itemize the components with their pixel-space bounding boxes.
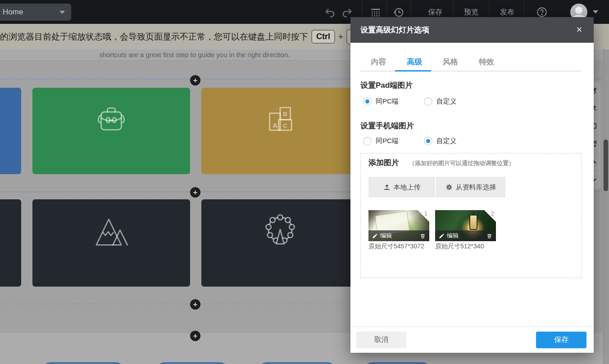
scrollbar-thumb[interactable] <box>604 139 608 191</box>
dialog-footer: 取消 保存 <box>350 326 594 353</box>
tab-underline <box>360 71 581 72</box>
choose-from-library-label: 从资料库选择 <box>456 183 496 192</box>
trash-icon[interactable] <box>486 233 492 239</box>
add-block-button[interactable]: + <box>190 299 200 310</box>
mobile-images-options: 同PC端 自定义 <box>363 137 457 145</box>
radio-label: 同PC端 <box>376 137 399 145</box>
history-icon[interactable] <box>393 6 404 18</box>
radio-pad-custom[interactable] <box>424 97 432 106</box>
tab-style[interactable]: 风格 <box>435 57 466 67</box>
svg-text:C: C <box>283 122 287 129</box>
radio-mobile-custom[interactable] <box>424 137 432 145</box>
edit-label: 编辑 <box>447 232 459 240</box>
add-images-hint: （添加好的图片可以通过拖动调整位置） <box>409 159 514 167</box>
publish-button[interactable]: 发布 <box>500 8 514 17</box>
bottom-pill-button[interactable] <box>41 362 125 364</box>
pad-images-heading: 设置Pad端图片 <box>360 80 413 90</box>
components-grid-icon[interactable] <box>370 6 382 18</box>
upload-local-button[interactable]: 本地上传 <box>368 177 435 198</box>
radio-label: 自定义 <box>436 97 457 106</box>
add-images-title: 添加图片 <box>368 157 399 168</box>
add-block-button[interactable]: + <box>190 75 200 85</box>
slideshow-options-dialog: 设置高级幻灯片选项 × 内容 高级 风格 特效 设置Pad端图片 同PC端 自定… <box>350 17 594 353</box>
thumbnail-action-bar: 编辑 <box>368 230 429 241</box>
tile-school-playgrounds[interactable]: School Playgrounds <box>32 88 190 174</box>
tile-outdoor-fitness[interactable]: Outdoor Fitness <box>32 199 190 287</box>
corner-fold <box>418 210 429 222</box>
scrollbar-track[interactable] <box>603 49 609 364</box>
slide-image-thumbnail-2[interactable]: 2 编辑 <box>435 210 496 241</box>
pencil-icon <box>372 233 378 239</box>
upload-local-label: 本地上传 <box>394 183 421 192</box>
abc-blocks-icon: A B C <box>260 99 300 140</box>
pad-images-options: 同PC端 自定义 <box>363 97 457 106</box>
plus-sign: + <box>338 32 343 42</box>
pencil-icon <box>439 233 445 239</box>
dialog-tabs: 内容 高级 风格 特效 <box>360 57 581 72</box>
bottom-pill-button[interactable] <box>363 362 432 364</box>
image-original-size: 原始尺寸5457*3072 <box>368 243 424 251</box>
save-button[interactable]: 保存 <box>428 8 442 17</box>
chevron-down-icon <box>59 11 65 14</box>
tab-effects[interactable]: 特效 <box>471 57 502 67</box>
add-block-button[interactable]: + <box>190 331 200 341</box>
help-icon[interactable] <box>536 6 548 18</box>
radio-label: 同PC端 <box>376 97 399 106</box>
svg-text:A: A <box>273 121 277 129</box>
page-selector-dropdown[interactable]: Home <box>0 4 71 21</box>
edit-label: 编辑 <box>380 232 392 240</box>
image-order-number: 2 <box>491 210 494 217</box>
close-icon[interactable]: × <box>573 23 586 36</box>
page-selector-label: Home <box>3 8 23 17</box>
dialog-title: 设置高级幻灯片选项 <box>360 25 429 35</box>
add-block-button[interactable]: + <box>190 187 200 198</box>
corner-fold <box>484 210 496 222</box>
add-images-panel: 添加图片 （添加好的图片可以通过拖动调整位置） 本地上传 从资料库选择 1 编辑 <box>360 153 582 278</box>
tab-content[interactable]: 内容 <box>363 57 394 67</box>
gear-icon <box>445 184 453 191</box>
bottom-pill-button[interactable] <box>155 362 229 364</box>
avatar-person-icon <box>575 7 582 14</box>
svg-text:B: B <box>283 111 287 117</box>
tile-partial-left-row1[interactable] <box>0 88 21 174</box>
undo-icon[interactable] <box>324 6 336 18</box>
thumbnail-action-bar: 编辑 <box>435 230 496 241</box>
tab-advanced[interactable]: 高级 <box>399 57 430 67</box>
mountains-icon <box>91 211 132 252</box>
preview-button[interactable]: 预览 <box>464 8 478 17</box>
radio-mobile-same-as-pc[interactable] <box>363 137 372 145</box>
edit-image-button[interactable]: 编辑 <box>372 232 392 240</box>
edit-image-button[interactable]: 编辑 <box>439 232 459 240</box>
zoom-warning-text: 的浏览器目前处于缩放状态哦，会导致页面显示不正常，您可以在键盘上同时按下 <box>0 31 308 43</box>
upload-icon <box>383 184 391 191</box>
tile-preschool-daycare[interactable]: A B C Preschool & Daycare <box>201 88 359 174</box>
tab-underline-active <box>395 70 431 72</box>
account-chevron-down-icon[interactable] <box>593 10 598 13</box>
tile-partial-left-row2[interactable] <box>0 199 21 287</box>
shortcuts-sentence: shortcuts are a great first step to guid… <box>0 51 389 58</box>
trash-icon[interactable] <box>420 233 426 239</box>
cancel-button[interactable]: 取消 <box>356 332 406 348</box>
mobile-images-heading: 设置手机端图片 <box>360 121 414 131</box>
schoolbag-icon <box>92 100 131 139</box>
slide-image-thumbnail-1[interactable]: 1 编辑 <box>368 210 429 241</box>
save-button[interactable]: 保存 <box>536 332 586 348</box>
image-original-size: 原始尺寸512*340 <box>435 243 484 251</box>
image-order-number: 1 <box>424 210 427 217</box>
tile-inclusive-playgrounds[interactable]: Inclusive Playgrounds <box>201 199 359 287</box>
radio-label: 自定义 <box>436 137 457 145</box>
ferris-wheel-icon <box>259 210 301 252</box>
dialog-header: 设置高级幻灯片选项 × <box>350 17 594 43</box>
key-ctrl: Ctrl <box>311 30 335 44</box>
bottom-pill-button[interactable] <box>258 362 337 364</box>
choose-from-library-button[interactable]: 从资料库选择 <box>436 177 505 198</box>
redo-icon[interactable] <box>341 6 353 18</box>
radio-pad-same-as-pc[interactable] <box>363 97 372 106</box>
